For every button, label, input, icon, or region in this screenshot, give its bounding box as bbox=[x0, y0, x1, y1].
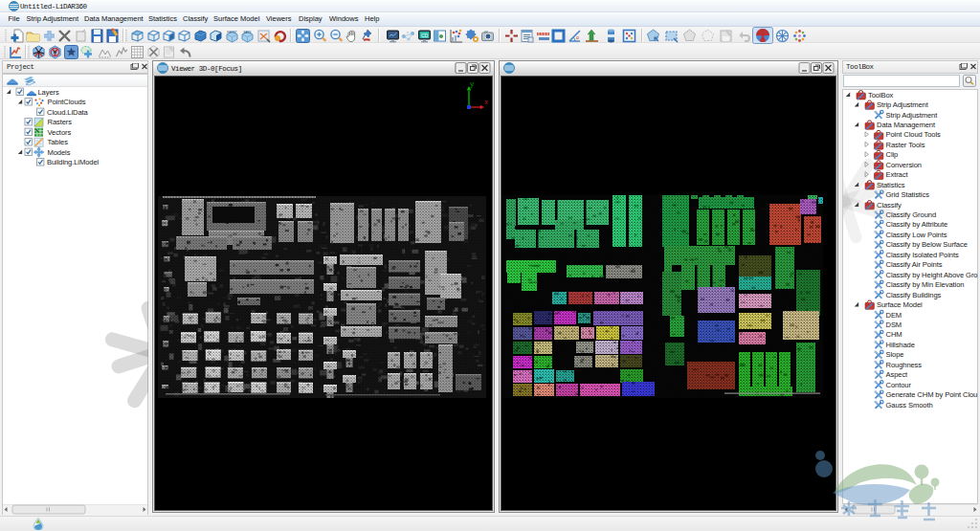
svg-text:DEM: DEM bbox=[886, 311, 902, 320]
svg-text:Classify by Min Elevation: Classify by Min Elevation bbox=[886, 280, 965, 289]
svg-text:Conversion: Conversion bbox=[886, 161, 922, 169]
svg-text:Classify Ground: Classify Ground bbox=[886, 210, 937, 219]
svg-text:Strip Adjustment: Strip Adjustment bbox=[877, 100, 929, 109]
svg-text:Classify Buildings: Classify Buildings bbox=[886, 291, 942, 299]
svg-text:Classify Low Points: Classify Low Points bbox=[886, 231, 947, 239]
svg-text:Surface Model: Surface Model bbox=[877, 300, 923, 309]
svg-text:Contour: Contour bbox=[886, 381, 912, 389]
svg-text:Classify: Classify bbox=[877, 201, 902, 210]
svg-text:Extract: Extract bbox=[886, 170, 909, 179]
svg-text:Classify by Below Surface: Classify by Below Surface bbox=[886, 240, 968, 249]
svg-text:ToolBox: ToolBox bbox=[868, 91, 894, 100]
svg-text:Roughness: Roughness bbox=[886, 361, 923, 369]
svg-text:Hillshade: Hillshade bbox=[886, 341, 915, 349]
svg-text:Slope: Slope bbox=[886, 350, 904, 359]
svg-text:Point Cloud Tools: Point Cloud Tools bbox=[886, 130, 942, 139]
svg-text:DSM: DSM bbox=[886, 321, 902, 329]
svg-text:Raster Tools: Raster Tools bbox=[886, 141, 925, 149]
svg-text:Generate CHM by Point Clou: Generate CHM by Point Clou bbox=[886, 390, 978, 399]
svg-text:Classify by Attribute: Classify by Attribute bbox=[886, 220, 948, 229]
svg-text:Classify Isolated Points: Classify Isolated Points bbox=[886, 251, 959, 259]
svg-text:CHM: CHM bbox=[886, 330, 902, 339]
svg-text:Data Management: Data Management bbox=[877, 121, 936, 129]
svg-text:Classify Air Points: Classify Air Points bbox=[886, 260, 943, 269]
svg-text:Grid Statistics: Grid Statistics bbox=[886, 190, 930, 199]
svg-text:Gauss Smooth: Gauss Smooth bbox=[886, 401, 933, 409]
svg-text:Classify by Height Above Gro: Classify by Height Above Gro bbox=[886, 271, 978, 279]
svg-text:Strip Adjustment: Strip Adjustment bbox=[886, 111, 939, 120]
svg-text:Aspect: Aspect bbox=[886, 370, 909, 379]
svg-text:Clip: Clip bbox=[886, 150, 899, 159]
svg-text:Statistics: Statistics bbox=[877, 181, 905, 189]
